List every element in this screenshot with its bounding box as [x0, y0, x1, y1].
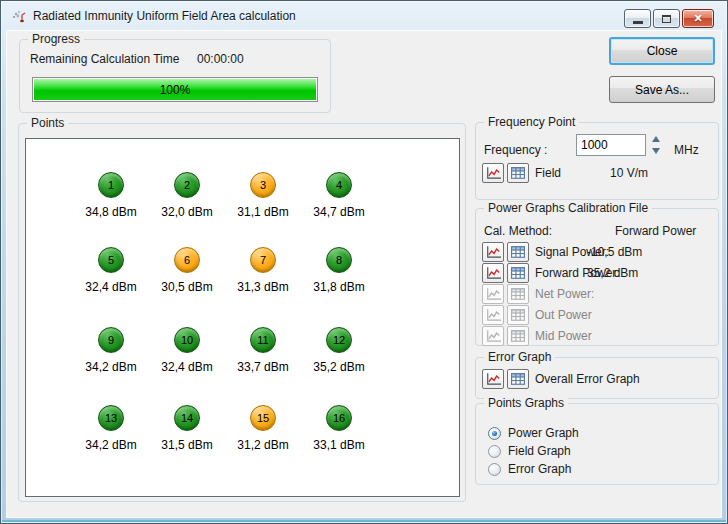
point-dot: 2 [174, 172, 200, 198]
point-value: 34,8 dBm [85, 205, 136, 219]
progress-bar-fill: 100% [34, 79, 316, 100]
radio-button-icon[interactable] [488, 463, 501, 476]
point-dot: 12 [326, 327, 352, 353]
frequency-input[interactable] [576, 134, 646, 156]
point-cell: 8 31,8 dBm [301, 247, 377, 294]
points-group-label: Points [27, 116, 68, 130]
power-graph-icon-button[interactable] [482, 242, 504, 262]
error-graph-group: Error Graph Overall Error Graph [475, 357, 719, 399]
point-dot: 15 [250, 405, 276, 431]
point-value: 33,7 dBm [237, 360, 288, 374]
point-value: 32,4 dBm [85, 280, 136, 294]
point-cell: 16 33,1 dBm [301, 405, 377, 452]
remaining-time-value: 00:00:00 [197, 52, 244, 66]
save-as-button-label: Save As... [635, 83, 689, 97]
close-button[interactable]: Close [609, 37, 715, 65]
minimize-icon [633, 21, 643, 24]
point-dot: 11 [250, 327, 276, 353]
point-cell: 2 32,0 dBm [149, 172, 225, 219]
caption-buttons: ✕ [624, 9, 714, 28]
error-graph-group-label: Error Graph [484, 350, 555, 364]
spinner-down-icon[interactable] [652, 148, 660, 154]
field-value: 10 V/m [610, 166, 648, 180]
power-graph-icon-button[interactable] [482, 263, 504, 283]
app-icon [11, 8, 27, 24]
cal-row-value: 35,2 dBm [587, 266, 638, 280]
radio-option-row[interactable]: Power Graph [484, 424, 712, 442]
window-title: Radiated Immunity Uniform Field Area cal… [33, 9, 296, 23]
overall-error-row: Overall Error Graph [482, 369, 714, 389]
cal-row-value: -10,5 dBm [587, 245, 642, 259]
frequency-unit-label: MHz [674, 143, 699, 157]
cal-row-label: Net Power: [535, 287, 594, 301]
titlebar: Radiated Immunity Uniform Field Area cal… [1, 1, 727, 31]
point-dot: 6 [174, 247, 200, 273]
point-cell: 12 35,2 dBm [301, 327, 377, 374]
progress-group-label: Progress [28, 32, 84, 46]
progress-group: Progress Remaining Calculation Time 00:0… [19, 39, 331, 113]
point-cell: 14 31,5 dBm [149, 405, 225, 452]
error-table-icon-button[interactable] [507, 369, 529, 389]
error-graph-icon-button[interactable] [482, 369, 504, 389]
power-table-icon-button[interactable] [507, 263, 529, 283]
radio-label: Power Graph [508, 426, 579, 440]
points-graphs-group: Points Graphs Power Graph Field Graph Er… [475, 403, 719, 485]
point-value: 34,2 dBm [85, 360, 136, 374]
point-dot: 1 [98, 172, 124, 198]
point-dot: 9 [98, 327, 124, 353]
cal-row-label: Out Power [535, 308, 592, 322]
power-table-icon-button [507, 326, 529, 346]
dialog-client-area: Progress Remaining Calculation Time 00:0… [7, 31, 721, 517]
radio-label: Field Graph [508, 444, 571, 458]
radio-label: Error Graph [508, 462, 571, 476]
power-graph-icon-button [482, 305, 504, 325]
radio-button-icon[interactable] [488, 445, 501, 458]
points-graphs-group-label: Points Graphs [484, 396, 568, 410]
frequency-point-group-label: Frequency Point [484, 115, 579, 129]
point-dot: 3 [250, 172, 276, 198]
save-as-button[interactable]: Save As... [609, 76, 715, 103]
point-value: 32,0 dBm [161, 205, 212, 219]
dialog-window: Radiated Immunity Uniform Field Area cal… [0, 0, 728, 524]
power-table-icon-button[interactable] [507, 242, 529, 262]
radio-option-row[interactable]: Field Graph [484, 442, 712, 460]
point-dot: 5 [98, 247, 124, 273]
point-value: 31,3 dBm [237, 280, 288, 294]
point-dot: 7 [250, 247, 276, 273]
progress-bar: 100% [32, 77, 318, 102]
point-cell: 15 31,2 dBm [225, 405, 301, 452]
overall-error-graph-label: Overall Error Graph [535, 372, 640, 386]
field-table-icon-button[interactable] [507, 163, 529, 183]
power-graph-icon-button [482, 284, 504, 304]
point-dot: 14 [174, 405, 200, 431]
point-value: 30,5 dBm [161, 280, 212, 294]
cal-method-value: Forward Power [615, 224, 696, 238]
point-value: 31,1 dBm [237, 205, 288, 219]
frequency-label: Frequency : [484, 143, 547, 157]
close-button-label: Close [647, 44, 678, 58]
point-value: 33,1 dBm [313, 438, 364, 452]
field-graph-icon-button[interactable] [482, 163, 504, 183]
radio-button-icon[interactable] [488, 427, 501, 440]
point-value: 34,2 dBm [85, 438, 136, 452]
point-cell: 4 34,7 dBm [301, 172, 377, 219]
point-value: 31,2 dBm [237, 438, 288, 452]
points-graphs-options: Power Graph Field Graph Error Graph [484, 424, 712, 478]
point-cell: 6 30,5 dBm [149, 247, 225, 294]
point-value: 35,2 dBm [313, 360, 364, 374]
spinner-up-icon[interactable] [652, 136, 660, 142]
maximize-button[interactable] [653, 9, 680, 28]
calibration-group-label: Power Graphs Calibration File [484, 201, 652, 215]
point-cell: 7 31,3 dBm [225, 247, 301, 294]
point-cell: 10 32,4 dBm [149, 327, 225, 374]
close-icon: ✕ [693, 13, 702, 24]
points-grid: 1 34,8 dBm 2 32,0 dBm 3 31,1 dBm 4 34,7 … [25, 138, 460, 497]
field-label: Field [535, 166, 561, 180]
close-window-button[interactable]: ✕ [682, 9, 714, 28]
point-cell: 1 34,8 dBm [73, 172, 149, 219]
point-cell: 11 33,7 dBm [225, 327, 301, 374]
point-value: 31,5 dBm [161, 438, 212, 452]
power-table-icon-button [507, 305, 529, 325]
radio-option-row[interactable]: Error Graph [484, 460, 712, 478]
minimize-button[interactable] [624, 9, 651, 28]
